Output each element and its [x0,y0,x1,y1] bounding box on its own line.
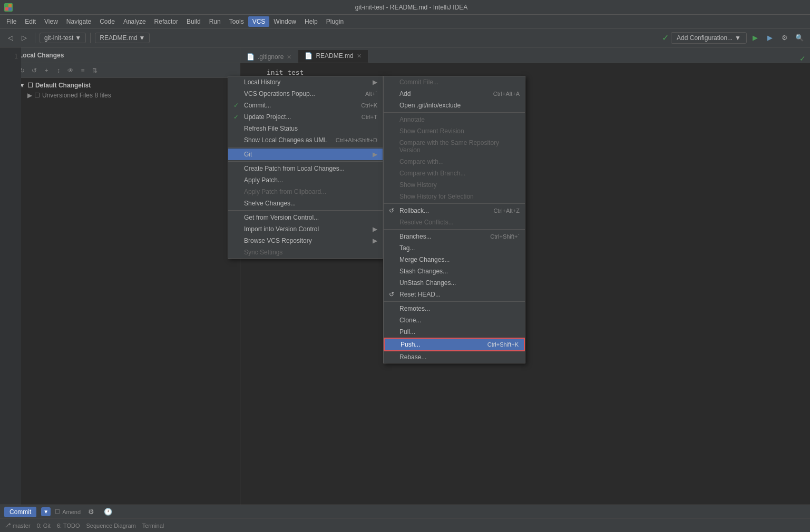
arrow-icon: ▶ [373,78,377,86]
menu-tools[interactable]: Tools [225,16,248,27]
vcs-operations-popup[interactable]: VCS Operations Popup... Alt+` [228,88,383,100]
todo-status-item[interactable]: 6: TODO [57,523,80,529]
update-shortcut: Ctrl+T [362,114,377,120]
menu-edit[interactable]: Edit [21,16,40,27]
tab-readme-label: README.md [316,52,353,60]
vcs-refresh-file-status[interactable]: Refresh File Status [228,123,383,134]
commit-history-button[interactable]: 🕐 [102,506,114,518]
vcs-update-project[interactable]: ✓ Update Project... Ctrl+T [228,111,383,123]
shelve-label: Shelve Changes... [244,200,296,207]
vcs-create-patch[interactable]: Create Patch from Local Changes... [228,163,383,174]
git-branches[interactable]: Branches... Ctrl+Shift+` [384,231,525,242]
push-label: Push... [401,341,420,348]
git-reset-head[interactable]: ↺ Reset HEAD... [384,289,525,300]
commit-label: Commit... [244,102,271,109]
menu-analyze[interactable]: Analyze [119,16,150,27]
commit-split-button[interactable]: ▼ [41,507,51,516]
changelist-header[interactable]: ▼ ☐ Default Changelist [17,80,237,91]
tab-readme-close[interactable]: ✕ [357,53,362,60]
menu-navigate[interactable]: Navigate [62,16,95,27]
toolbar-right: ✓ Add Configuration... ▼ ▶ ▶ ⚙ 🔍 [662,32,806,44]
reset-label: Reset HEAD... [399,291,441,298]
git-pull[interactable]: Pull... [384,326,525,338]
tab-gitignore-close[interactable]: ✕ [287,54,291,61]
file-breadcrumb[interactable]: README.md ▼ [95,33,150,43]
changelist-name: Default Changelist [35,82,91,89]
vcs-sync-settings: Sync Settings [228,247,383,258]
branch-status[interactable]: ⎇ master [4,522,31,529]
expand-icon: ▶ [27,92,32,99]
panel-toolbar: ↻ ↺ + ↕ 👁 ≡ ⇅ [14,63,240,78]
run-button[interactable]: ▶ [749,32,762,44]
group-button[interactable]: ≡ [77,65,88,76]
git-label: Git [244,151,252,158]
sort-button[interactable]: ⇅ [90,65,100,76]
git-status-item[interactable]: 0: Git [37,523,51,529]
menu-build[interactable]: Build [182,16,205,27]
git-arrow-icon: ▶ [373,151,377,158]
vcs-browse-repo[interactable]: Browse VCS Repository ▶ [228,235,383,247]
git-tag[interactable]: Tag... [384,242,525,254]
tab-readme[interactable]: 📄 README.md ✕ [298,50,368,63]
vcs-import-vc[interactable]: Import into Version Control ▶ [228,223,383,235]
debug-button[interactable]: ▶ [764,32,776,44]
push-shortcut: Ctrl+Shift+K [487,341,519,348]
todo-label: 6: TODO [57,523,80,529]
sequence-status-item[interactable]: Sequence Diagram [86,523,136,529]
git-unstash[interactable]: UnStash Changes... [384,277,525,289]
move-button[interactable]: ↕ [53,65,64,76]
vcs-show-local-uml[interactable]: Show Local Changes as UML Ctrl+Alt+Shift… [228,134,383,146]
vcs-git[interactable]: Git ▶ [228,149,383,160]
reset-icon: ↺ [389,291,397,298]
svg-rect-2 [8,4,12,7]
git-rebase[interactable]: Rebase... [384,351,525,363]
add-config-button[interactable]: Add Configuration... ▼ [671,32,747,44]
git-separator-1 [384,112,525,113]
eye-button[interactable]: 👁 [65,65,76,76]
git-rollback[interactable]: ↺ Rollback... Ctrl+Alt+Z [384,205,525,216]
vcs-shelve-changes[interactable]: Shelve Changes... [228,198,383,209]
vcs-commit[interactable]: ✓ Commit... Ctrl+K [228,100,383,111]
menu-file[interactable]: File [2,16,21,27]
vcs-get-from-vc[interactable]: Get from Version Control... [228,212,383,223]
vcs-local-history[interactable]: Local History ▶ [228,76,383,88]
branch-icon: ⎇ [4,522,11,529]
menu-vcs[interactable]: VCS [248,16,270,27]
git-merge[interactable]: Merge Changes... [384,254,525,265]
menu-refactor[interactable]: Refactor [150,16,182,27]
commit-settings-button[interactable]: ⚙ [85,506,97,518]
tab-gitignore[interactable]: 📄 .gitignore ✕ [240,51,298,63]
git-stash[interactable]: Stash Changes... [384,265,525,277]
menu-window[interactable]: Window [269,16,300,27]
menu-code[interactable]: Code [95,16,119,27]
menu-run[interactable]: Run [205,16,225,27]
editor-tabs: 📄 .gitignore ✕ 📄 README.md ✕ ✓ [240,47,810,63]
unversioned-label: Unversioned Files 8 files [42,92,111,99]
git-clone[interactable]: Clone... [384,314,525,326]
commit-check-icon: ✓ [233,102,242,109]
commit-button[interactable]: Commit [4,507,36,517]
menu-plugin[interactable]: Plugin [322,16,348,27]
unversioned-files-item[interactable]: ▶ ☐ Unversioned Files 8 files [17,91,237,100]
vcs-apply-patch[interactable]: Apply Patch... [228,174,383,186]
git-push[interactable]: Push... Ctrl+Shift+K [384,338,525,351]
amend-checkbox[interactable]: ☐ Amend [55,508,81,515]
toolbar-separator-2 [90,33,91,43]
terminal-status-item[interactable]: Terminal [142,523,164,529]
back-button[interactable]: ◁ [4,32,17,44]
search-button[interactable]: 🔍 [793,32,806,44]
svg-rect-3 [5,7,8,11]
git-open-exclude[interactable]: Open .git/info/exclude [384,100,525,111]
menu-help[interactable]: Help [300,16,322,27]
forward-button[interactable]: ▷ [18,32,31,44]
rollback-icon: ↺ [389,207,397,214]
git-remotes[interactable]: Remotes... [384,303,525,314]
settings-button[interactable]: ⚙ [778,32,791,44]
git-add[interactable]: Add Ctrl+Alt+A [384,88,525,100]
rollback-panel-button[interactable]: ↺ [29,65,40,76]
new-changelist-button[interactable]: + [41,65,52,76]
menu-view[interactable]: View [40,16,62,27]
project-selector[interactable]: git-init-test ▼ [40,33,86,43]
apply-patch-label: Apply Patch... [244,176,283,184]
title-bar: git-init-test - README.md - IntelliJ IDE… [0,0,810,15]
